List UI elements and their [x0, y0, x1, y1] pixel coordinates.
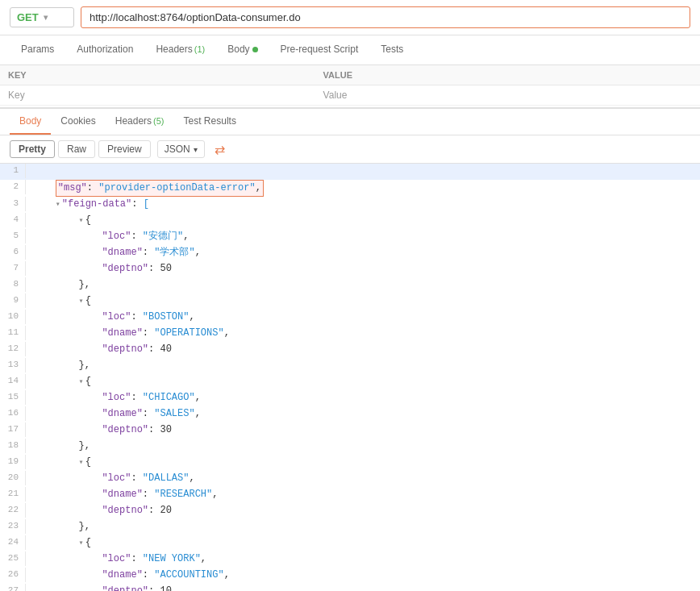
res-tab-testresults[interactable]: Test Results — [174, 109, 246, 135]
json-line: 14 ▾{ — [0, 374, 700, 390]
raw-button[interactable]: Raw — [58, 140, 95, 158]
tab-headers[interactable]: Headers(1) — [144, 35, 216, 65]
line-content: ▾{ — [32, 213, 700, 228]
line-number: 12 — [0, 342, 26, 356]
json-line: 5 "loc": "安德门", — [0, 229, 700, 245]
line-number: 24 — [0, 535, 26, 550]
json-bracket: { — [85, 376, 91, 387]
line-content: "dname": "ACCOUNTING", — [32, 568, 700, 583]
fold-arrow[interactable]: ▾ — [56, 200, 60, 209]
line-number: 27 — [0, 584, 26, 591]
line-content: "loc": "DALLAS", — [32, 471, 700, 486]
json-line: 12 "deptno": 40 — [0, 342, 700, 358]
response-tabs: Body Cookies Headers(5) Test Results — [0, 107, 700, 135]
line-content: "dname": "OPERATIONS", — [32, 326, 700, 341]
value-cell[interactable]: Value — [315, 85, 700, 106]
line-number: 14 — [0, 374, 26, 389]
json-string: "DALLAS" — [143, 472, 190, 484]
line-content: "deptno": 20 — [32, 503, 700, 518]
json-line: 7 "deptno": 50 — [0, 261, 700, 277]
json-key: "msg" — [58, 182, 87, 194]
json-bracket: { — [85, 295, 91, 306]
json-key: "loc" — [102, 472, 131, 484]
json-line: 22 "deptno": 20 — [0, 503, 700, 519]
line-number: 17 — [0, 422, 26, 437]
highlighted-line: "msg": "provider-optionData-error", — [56, 180, 264, 197]
table-row: Key Value — [0, 85, 700, 106]
pretty-button[interactable]: Pretty — [10, 140, 55, 158]
line-number: 5 — [0, 229, 26, 243]
json-string: "provider-optionData-error" — [98, 182, 255, 194]
json-bracket: }, — [79, 521, 90, 532]
tab-prerequest[interactable]: Pre-request Script — [269, 35, 370, 65]
json-line: 15 "loc": "CHICAGO", — [0, 390, 700, 406]
line-number: 21 — [0, 487, 26, 502]
json-line: 13 }, — [0, 358, 700, 374]
json-string: "RESEARCH" — [154, 489, 212, 500]
json-bracket: { — [85, 456, 91, 468]
line-number: 25 — [0, 551, 26, 566]
fold-arrow[interactable]: ▾ — [79, 297, 84, 306]
res-tab-headers[interactable]: Headers(5) — [106, 109, 174, 135]
line-number: 13 — [0, 358, 26, 372]
json-number: 10 — [160, 585, 171, 591]
json-string: "OPERATIONS" — [154, 327, 223, 339]
fold-arrow[interactable]: ▾ — [79, 377, 84, 386]
json-key: "dname" — [102, 247, 142, 258]
json-line: 21 "dname": "RESEARCH", — [0, 487, 700, 503]
params-table: KEY VALUE Key Value — [0, 65, 700, 106]
method-selector[interactable]: GET ▾ — [10, 7, 74, 27]
res-tab-cookies[interactable]: Cookies — [51, 109, 105, 135]
body-dot-icon — [252, 47, 258, 52]
line-number: 6 — [0, 245, 26, 260]
preview-button[interactable]: Preview — [98, 140, 151, 158]
fold-arrow[interactable]: ▾ — [79, 216, 84, 225]
res-tab-body[interactable]: Body — [10, 109, 51, 135]
line-content: ▾{ — [32, 374, 700, 389]
line-content: "deptno": 50 — [32, 261, 700, 277]
col-value: VALUE — [315, 65, 700, 85]
line-number: 9 — [0, 293, 26, 308]
line-number: 1 — [0, 164, 26, 178]
fold-arrow[interactable]: ▾ — [79, 458, 84, 467]
tab-body[interactable]: Body — [216, 35, 269, 65]
format-selector[interactable]: JSON ▾ — [157, 140, 205, 158]
line-content: }, — [32, 439, 700, 454]
method-label: GET — [17, 11, 39, 23]
json-string: "安德门" — [143, 231, 183, 242]
tab-params[interactable]: Params — [10, 35, 65, 65]
json-line: 1 — [0, 164, 700, 180]
line-content: "msg": "provider-optionData-error", — [32, 180, 700, 197]
url-input[interactable] — [81, 6, 690, 28]
json-string: [ — [144, 198, 149, 210]
json-number: 30 — [160, 424, 171, 435]
json-number: 40 — [160, 343, 171, 355]
line-number: 10 — [0, 310, 26, 324]
line-content: "dname": "学术部", — [32, 245, 700, 260]
tab-authorization[interactable]: Authorization — [65, 35, 144, 65]
json-line: 26 "dname": "ACCOUNTING", — [0, 568, 700, 584]
json-line: 16 "dname": "SALES", — [0, 406, 700, 422]
line-content: "deptno": 10 — [32, 584, 700, 591]
json-line: 3 ▾"feign-data": [ — [0, 197, 700, 213]
fold-arrow[interactable]: ▾ — [79, 539, 84, 547]
json-key: "deptno" — [102, 424, 148, 435]
line-content: ▾{ — [32, 293, 700, 309]
json-line: 4 ▾{ — [0, 213, 700, 229]
line-number: 26 — [0, 568, 26, 582]
json-string: "BOSTON" — [143, 311, 190, 323]
json-line: 27 "deptno": 10 — [0, 584, 700, 591]
line-content: "dname": "RESEARCH", — [32, 487, 700, 502]
key-cell[interactable]: Key — [0, 85, 315, 106]
json-key: "deptno" — [102, 505, 148, 516]
line-content: ▾"feign-data": [ — [32, 197, 700, 212]
wrap-icon[interactable]: ⇄ — [215, 142, 225, 157]
json-key: "loc" — [102, 231, 131, 242]
tab-tests[interactable]: Tests — [369, 35, 415, 65]
json-line: 25 "loc": "NEW YORK", — [0, 551, 700, 568]
json-bracket: { — [85, 214, 91, 226]
json-line: 2 "msg": "provider-optionData-error", — [0, 180, 700, 197]
line-number: 22 — [0, 503, 26, 518]
json-key: "loc" — [102, 392, 131, 403]
url-bar: GET ▾ — [0, 0, 700, 35]
